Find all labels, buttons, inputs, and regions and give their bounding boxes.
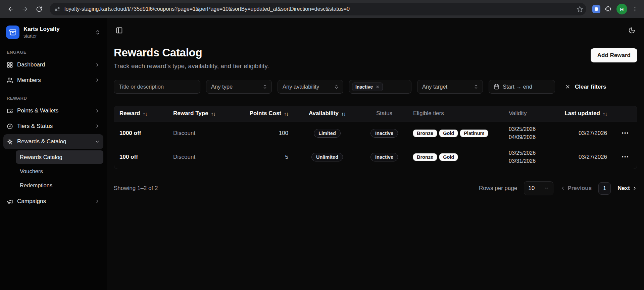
sidebar-item-members[interactable]: Members [3, 73, 103, 88]
row-menu-button[interactable]: ⋯ [622, 129, 629, 137]
workspace-switcher[interactable]: Karts Loyalty starter [3, 23, 103, 42]
search-input[interactable] [114, 80, 200, 94]
validity-cell: 03/25/2026 04/09/2026 [503, 121, 552, 145]
points-cost-cell: 100 [237, 121, 294, 145]
next-page-label: Next [617, 185, 630, 192]
chip-remove-icon[interactable] [376, 85, 380, 89]
tier-badge: Platinum [460, 130, 488, 137]
reward-name-cell: 1000 off [114, 121, 168, 145]
table-footer: Showing 1–2 of 2 Rows per page 10 Previo… [114, 181, 637, 195]
availability-select-value: Any availability [283, 84, 319, 90]
tier-badge: Bronze [413, 130, 437, 137]
browser-refresh-button[interactable] [32, 2, 46, 16]
status-cell: Inactive [361, 121, 408, 145]
browser-toolbar: loyalty-staging.karts.cloud/t/735d91l6/c… [0, 0, 644, 18]
browser-profile-avatar[interactable]: H [616, 4, 627, 14]
browser-forward-button[interactable] [18, 2, 32, 16]
tier-badge: Gold [439, 130, 458, 137]
workspace-logo-icon [6, 26, 19, 39]
chevrons-up-down-icon [334, 84, 339, 89]
status-chip: Inactive [352, 83, 383, 91]
rows-per-page-value: 10 [528, 185, 535, 192]
chevron-down-icon [544, 186, 549, 191]
workspace-meta: Karts Loyalty starter [23, 26, 91, 39]
sidebar-item-tiers-status[interactable]: Tiers & Status [3, 119, 103, 134]
availability-badge: Limited [314, 129, 341, 138]
status-chip-label: Inactive [355, 84, 373, 90]
sidebar-subitem-vouchers[interactable]: Vouchers [16, 164, 103, 178]
current-page-indicator[interactable]: 1 [598, 182, 611, 195]
chevrons-up-down-icon [95, 30, 101, 35]
bookmark-star-icon[interactable] [577, 6, 583, 12]
reward-type-cell: Discount [168, 145, 237, 169]
row-actions-cell: ⋯ [612, 145, 637, 169]
sidebar-item-label: Tiers & Status [17, 123, 53, 130]
clear-filters-label: Clear filters [575, 84, 606, 90]
badge-check-icon [7, 123, 13, 130]
availability-select[interactable]: Any availability [278, 80, 343, 94]
sidebar-item-label: Members [17, 77, 41, 84]
sidebar-item-label: Campaigns [17, 198, 46, 205]
address-bar[interactable]: loyalty-staging.karts.cloud/t/735d91l6/c… [50, 3, 586, 15]
rewards-subnav: Rewards Catalog Vouchers Redemptions [13, 150, 103, 192]
validity-end: 03/31/2026 [509, 157, 547, 165]
sidebar-item-label: Points & Wallets [17, 107, 58, 114]
target-select[interactable]: Any target [417, 80, 483, 94]
sidebar-item-dashboard[interactable]: Dashboard [3, 57, 103, 72]
browser-menu-kebab-icon[interactable] [632, 6, 638, 12]
row-menu-button[interactable]: ⋯ [622, 153, 629, 160]
status-badge: Inactive [370, 129, 398, 138]
column-header-eligible-tiers: Eligible tiers [408, 106, 503, 121]
refresh-icon [36, 6, 42, 12]
chevron-right-icon [95, 199, 100, 204]
validity-end: 04/09/2026 [509, 133, 547, 141]
sidebar-section-reward: REWARD [7, 96, 100, 101]
site-info-icon[interactable] [54, 6, 60, 12]
showing-count: Showing 1–2 of 2 [114, 185, 158, 192]
type-select[interactable]: Any type [206, 80, 272, 94]
sort-icon: ↑↓ [143, 111, 147, 116]
sidebar-subitem-rewards-catalog[interactable]: Rewards Catalog [16, 150, 103, 164]
column-header-reward[interactable]: Reward↑↓ [114, 106, 168, 121]
column-header-last-updated[interactable]: Last updated↑↓ [552, 106, 612, 121]
sidebar-item-rewards-catalog-group[interactable]: Rewards & Catalog [3, 134, 103, 149]
date-range-value: Start → end [503, 84, 532, 90]
type-select-value: Any type [211, 84, 233, 90]
validity-start: 03/25/2026 [509, 149, 547, 157]
sidebar-item-campaigns[interactable]: Campaigns [3, 194, 103, 209]
chevron-down-icon [95, 139, 100, 144]
url-text: loyalty-staging.karts.cloud/t/735d91l6/c… [64, 6, 573, 12]
dark-mode-moon-icon[interactable] [628, 27, 635, 34]
column-header-points-cost[interactable]: Points Cost↑↓ [237, 106, 294, 121]
filters-bar: Any type Any availability Inactive [114, 80, 637, 94]
chevron-right-icon [95, 62, 100, 67]
chevron-right-icon [95, 124, 100, 129]
column-header-reward-type[interactable]: Reward Type↑↓ [168, 106, 237, 121]
rows-per-page-select[interactable]: 10 [524, 181, 553, 195]
date-range-button[interactable]: Start → end [489, 80, 555, 94]
sidebar-subitem-redemptions[interactable]: Redemptions [16, 179, 103, 192]
sidebar-item-points-wallets[interactable]: Points & Wallets [3, 103, 103, 118]
calendar-icon [494, 84, 499, 90]
extensions-puzzle-icon[interactable] [605, 6, 612, 12]
chevron-right-icon [95, 108, 100, 113]
sidebar-toggle-icon[interactable] [116, 27, 123, 34]
browser-back-button[interactable] [4, 2, 17, 16]
status-multiselect[interactable]: Inactive [349, 80, 411, 94]
sidebar-subitem-label: Redemptions [20, 182, 52, 189]
validity-cell: 03/25/2026 03/31/2026 [503, 145, 552, 169]
add-reward-button[interactable]: Add Reward [591, 48, 637, 62]
last-updated-cell: 03/27/2026 [552, 145, 612, 169]
extension-icon-blue[interactable] [592, 5, 600, 13]
eligible-tiers-cell: Bronze Gold [408, 145, 503, 169]
sidebar-subitem-label: Rewards Catalog [20, 154, 62, 160]
sort-icon: ↑↓ [284, 111, 288, 116]
column-header-actions [612, 106, 637, 121]
sidebar: Karts Loyalty starter ENGAGE Dashboard M… [0, 18, 107, 290]
previous-page-button[interactable]: Previous [560, 185, 592, 192]
workspace-plan: starter [23, 33, 91, 39]
column-header-status: Status [361, 106, 408, 121]
column-header-availability[interactable]: Availability↑↓ [294, 106, 361, 121]
next-page-button[interactable]: Next [617, 185, 637, 192]
clear-filters-button[interactable]: Clear filters [565, 84, 606, 90]
